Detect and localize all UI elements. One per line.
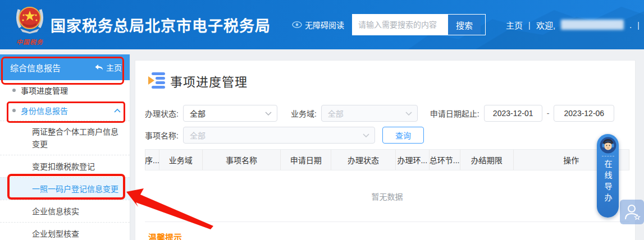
online-guide-label: 在线导办 [602,160,614,205]
column-header-total-step: 总环节... [430,150,460,170]
status-select[interactable]: 全部 [183,105,277,122]
nav-divider: | [528,20,531,30]
welcome-suffix: . [629,20,632,30]
chevron-down-icon [363,133,369,137]
domain-select[interactable]: 全部 [321,105,418,122]
logo-caption: 中国税务 [15,37,45,46]
nav-divider: | [637,20,640,30]
domain-label: 业务域: [291,108,317,119]
column-header-matter: 事项名称 [203,150,281,170]
date-from-input[interactable] [484,105,542,122]
tax-bureau-logo: 中国税务 [15,4,45,46]
search-button[interactable]: 搜索 [448,15,481,35]
matter-name-label: 事项名称: [145,130,179,141]
chevron-down-icon [405,112,412,116]
sidebar-item-two-cert-merge[interactable]: 两证整合个体工商户信息变更 [0,121,130,155]
date-range-label: 申请日期起止: [430,108,479,119]
user-star-icon [624,203,641,221]
online-guide-button[interactable]: 在线导办 [597,134,619,218]
sidebar-item-identity-report[interactable]: 身份信息报告 [0,100,130,121]
nav-home-link[interactable]: 主页 [506,19,523,31]
empty-state-text: 暂无数据 [372,191,403,202]
column-header-deadline: 办结期限 [460,150,514,170]
table-header-row: 序... 业务域 事项名称 申请日期 办理状态 办理环... 总环节... 办结… [145,150,629,170]
header-nav: 主页 | 欢迎, . | 退出 [506,19,644,31]
status-label: 办理状态: [145,108,179,119]
sidebar-item-enterprise-type-check[interactable]: 企业划型核查 [0,222,130,240]
chevron-down-icon [265,112,272,116]
customer-service-avatar-icon [600,137,616,154]
page-root: { "header": { "title": "国家税务总局北京市电子税务局",… [0,0,644,240]
filter-row-2: 事项名称: 全部 查询 [145,127,629,144]
page-title-icon [148,72,167,90]
sidebar-item-withholding-change[interactable]: 变更扣缴税款登记 [0,155,130,177]
bullet-icon [12,89,16,92]
welcome-text: 欢迎, [536,19,555,31]
user-profile-button[interactable] [620,200,644,224]
matter-name-select[interactable]: 全部 [183,127,375,144]
accessibility-label: 无障碍阅读 [305,19,344,30]
sidebar-section-header[interactable]: 综合信息报告 主页 [0,54,130,80]
filter-form: 办理状态: 全部 业务域: 全部 申请日期起止: - 事项名称: 全部 [145,105,629,144]
back-arrow-icon [95,64,103,71]
bullet-icon [12,109,16,112]
sidebar-section-title: 综合信息报告 [10,62,61,73]
page-title: 事项进度管理 [170,72,248,90]
column-header-apply-date: 申请日期 [281,150,331,170]
accessibility-link[interactable]: 无障碍阅读 [292,19,344,30]
table-empty-body: 暂无数据 [145,170,629,221]
query-button[interactable]: 查询 [382,127,424,144]
chevron-up-icon [114,109,121,113]
column-header-status: 办理状态 [331,150,396,170]
main-panel: 事项进度管理 办理状态: 全部 业务域: 全部 申请日期起止: - [135,60,636,240]
header: 中国税务 国家税务总局北京市电子税务局 无障碍阅读 搜索 主页 | 欢迎, . … [0,0,644,49]
column-header-domain: 业务域 [159,150,203,170]
column-header-step: 办理环... [396,150,430,170]
page-header: 事项进度管理 [145,72,629,90]
column-header-seq: 序... [145,150,159,170]
masked-username [561,20,624,30]
header-search: 搜索 [352,14,486,35]
search-input[interactable] [353,15,448,35]
sidebar: 综合信息报告 主页 事项进度管理 身份信息报告 两证整合个体工商户信息变更 变更… [0,54,130,240]
national-emblem-icon [15,4,45,34]
site-title: 国家税务总局北京市电子税务局 [51,14,271,36]
sidebar-item-one-license-change[interactable]: 一照一码户登记信息变更 [0,177,130,200]
sidebar-item-enterprise-verify[interactable]: 企业信息核实 [0,200,130,222]
sidebar-home-link[interactable]: 主页 [95,62,122,73]
date-range-separator: - [547,109,550,118]
results-table: 序... 业务域 事项名称 申请日期 办理状态 办理环... 总环节... 办结… [145,149,629,222]
filter-row-1: 办理状态: 全部 业务域: 全部 申请日期起止: - [145,105,629,122]
eye-icon [292,21,302,28]
sidebar-item-matter-progress[interactable]: 事项进度管理 [0,80,130,100]
date-to-input[interactable] [554,105,614,122]
divider [602,156,614,156]
tips-title: 温馨提示 [145,231,629,240]
